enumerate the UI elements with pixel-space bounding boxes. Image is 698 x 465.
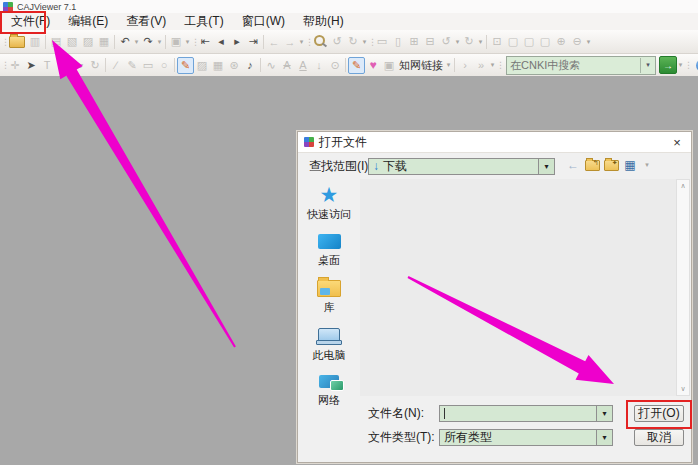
menu-view[interactable]: 查看(V) (117, 12, 175, 31)
next-page-icon[interactable]: ▸ (229, 33, 245, 50)
toolbar-overflow-icon[interactable]: ▾ (361, 38, 368, 46)
rotate-left-dropdown-icon[interactable]: ▾ (454, 38, 461, 46)
open-button[interactable]: 打开(O) (634, 405, 684, 422)
back-folder-icon[interactable]: ← (564, 156, 582, 174)
highlight-pen-icon[interactable]: ✎ (348, 57, 365, 74)
menu-tools[interactable]: 工具(T) (175, 12, 232, 31)
table-annotation-icon[interactable]: ▦ (210, 57, 226, 74)
print-preview-icon[interactable]: ▧ (64, 33, 80, 50)
actual-size-icon[interactable]: ▢ (537, 33, 553, 50)
look-in-dropdown-icon[interactable]: ▾ (538, 159, 554, 174)
redo-dropdown-icon[interactable]: ▾ (156, 38, 163, 46)
more-tools2-icon[interactable]: » (473, 57, 489, 74)
rotate-ccw-icon[interactable]: ↺ (329, 33, 345, 50)
scroll-down-icon[interactable]: ∨ (680, 383, 685, 395)
view-menu-icon[interactable]: ▦ (621, 156, 639, 174)
search-go-dropdown-icon[interactable]: ▾ (677, 61, 684, 69)
toolbar-overflow-icon[interactable]: ▾ (298, 38, 305, 46)
hand-tool-icon[interactable]: ✛ (7, 57, 23, 74)
rotate-left-icon[interactable]: ↺ (438, 33, 454, 50)
redo-icon[interactable]: ↷ (140, 33, 156, 50)
dialog-title-bar[interactable]: 打开文件 × (298, 132, 691, 153)
text-select-icon[interactable]: T (39, 57, 55, 74)
search-go-button[interactable]: → (659, 56, 677, 74)
stamp-icon[interactable]: ⊙ (327, 57, 343, 74)
view-menu-dropdown-icon[interactable]: ▾ (638, 156, 656, 174)
cnki-search-input[interactable] (507, 59, 640, 71)
strikethrough-icon[interactable]: A (279, 57, 295, 74)
select-cursor-icon[interactable]: ➤ (23, 57, 39, 74)
cnki-link-button[interactable]: 知网链接 (397, 58, 445, 73)
undo-icon[interactable]: ↶ (117, 33, 133, 50)
menu-edit[interactable]: 编辑(E) (59, 12, 117, 31)
toolbar-grip[interactable]: ⋮ (496, 60, 502, 70)
dialog-close-icon[interactable]: × (669, 135, 685, 150)
underline-icon[interactable]: A (295, 57, 311, 74)
sidebar-item-libraries[interactable]: 库 (317, 277, 341, 315)
menu-help[interactable]: 帮助(H) (294, 12, 353, 31)
fit-width-icon[interactable]: ▢ (505, 33, 521, 50)
cancel-button[interactable]: 取消 (634, 429, 684, 446)
cnki-doc-icon[interactable]: ▣ (381, 57, 397, 74)
undo-dropdown-icon[interactable]: ▾ (133, 38, 140, 46)
fit-page-icon[interactable]: ▢ (521, 33, 537, 50)
toolbar-overflow-icon[interactable]: ▾ (489, 61, 496, 69)
file-type-dropdown-icon[interactable]: ▾ (596, 430, 612, 445)
file-list-scrollbar[interactable]: ∧ ∨ (676, 179, 690, 396)
audio-note-icon[interactable]: ♪ (242, 57, 258, 74)
sidebar-item-desktop[interactable]: 桌面 (318, 231, 341, 268)
file-name-combobox[interactable]: ▾ (439, 405, 613, 422)
continuous-facing-icon[interactable]: ⊟ (422, 33, 438, 50)
single-page-icon[interactable]: ▭ (374, 33, 390, 50)
sidebar-item-network[interactable]: 网络 (318, 372, 340, 408)
toolbar-overflow-icon[interactable]: ▾ (184, 38, 191, 46)
last-page-icon[interactable]: ⇥ (245, 33, 261, 50)
line-tool-icon[interactable]: ∕ (108, 57, 124, 74)
previous-page-icon[interactable]: ◂ (213, 33, 229, 50)
toolbar-grip[interactable]: ⋮ (305, 37, 311, 47)
mail-icon[interactable]: ▨ (80, 33, 96, 50)
zoom-marquee-icon[interactable]: ⊡ (489, 33, 505, 50)
image-annotation-icon[interactable]: ▨ (194, 57, 210, 74)
more-tools-icon[interactable]: › (457, 57, 473, 74)
zoom-in-icon[interactable]: ⊕ (553, 33, 569, 50)
snapshot-icon[interactable]: ▱ (55, 57, 71, 74)
file-type-combobox[interactable]: 所有类型 ▾ (439, 429, 613, 446)
rotate-right-dropdown-icon[interactable]: ▾ (477, 38, 484, 46)
scroll-up-icon[interactable]: ∧ (680, 180, 685, 192)
ellipse-tool-icon[interactable]: ○ (156, 57, 172, 74)
file-list[interactable] (360, 179, 676, 396)
first-page-icon[interactable]: ⇤ (197, 33, 213, 50)
menu-file[interactable]: 文件(F) (2, 12, 59, 31)
print-icon[interactable]: ▤ (48, 33, 64, 50)
look-in-combobox[interactable]: ↓ 下载 ▾ (368, 158, 555, 175)
facing-pages-icon[interactable]: ⊞ (406, 33, 422, 50)
forward-view-icon[interactable]: → (282, 33, 298, 50)
cnki-link-dropdown-icon[interactable]: ▾ (445, 61, 452, 69)
refresh-icon[interactable]: ↻ (87, 57, 103, 74)
find-icon[interactable] (314, 35, 325, 46)
toolbar-overflow-icon[interactable]: ▾ (585, 38, 592, 46)
copy-icon[interactable]: ▦ (96, 33, 112, 50)
rotate-cw-icon[interactable]: ↻ (345, 33, 361, 50)
toolbar-grip[interactable]: ⋮ (684, 60, 690, 70)
note-tool-icon[interactable]: ✎ (177, 57, 194, 74)
rotate-right-icon[interactable]: ↻ (461, 33, 477, 50)
menu-window[interactable]: 窗口(W) (233, 12, 294, 31)
insert-arrow-icon[interactable]: ↓ (311, 57, 327, 74)
open-file-icon[interactable] (9, 36, 25, 48)
zoom-out-icon[interactable]: ⊖ (569, 33, 585, 50)
back-view-icon[interactable]: ← (266, 33, 282, 50)
new-folder-icon[interactable]: ✦ (602, 156, 620, 174)
sidebar-item-quick-access[interactable]: ★ 快速访问 (307, 185, 351, 222)
up-one-level-icon[interactable]: ↰ (583, 156, 601, 174)
pencil-tool-icon[interactable]: ✎ (124, 57, 140, 74)
area-select-icon[interactable]: ▰ (71, 57, 87, 74)
ocr-icon[interactable]: ⊛ (226, 57, 242, 74)
favorite-icon[interactable]: ♥ (365, 57, 381, 74)
toolbar-grip[interactable]: ⋮ (1, 37, 7, 47)
search-dropdown-icon[interactable]: ▾ (640, 58, 655, 73)
file-name-dropdown-icon[interactable]: ▾ (596, 406, 612, 421)
continuous-page-icon[interactable]: ▯ (390, 33, 406, 50)
save-icon[interactable]: ▥ (27, 33, 43, 50)
